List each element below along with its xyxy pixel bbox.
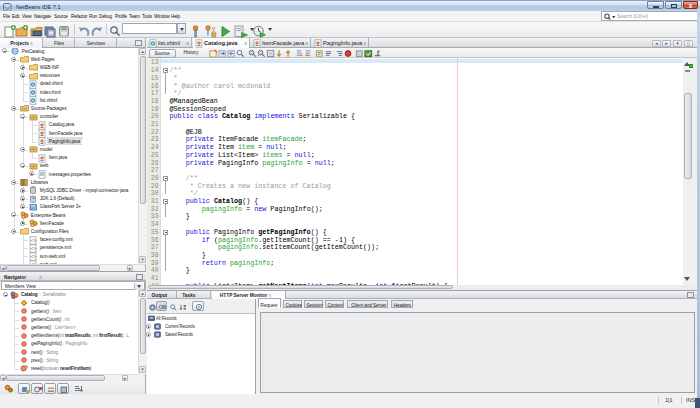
svg-text:<>: <> bbox=[31, 245, 37, 251]
svg-text:<>: <> bbox=[31, 253, 37, 259]
svg-text:<>: <> bbox=[31, 237, 37, 243]
